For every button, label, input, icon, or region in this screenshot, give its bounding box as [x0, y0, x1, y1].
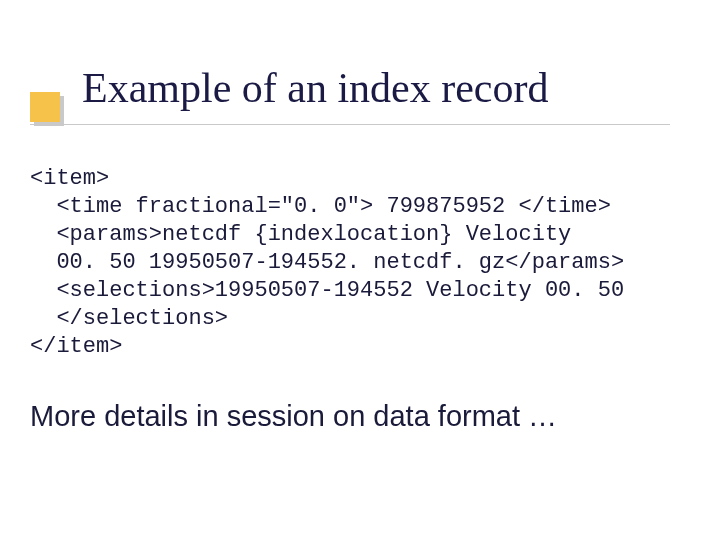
slide: Example of an index record <item> <time … [0, 0, 720, 540]
code-line: 00. 50 19950507-194552. netcdf. gz</para… [30, 250, 624, 275]
footer-note: More details in session on data format … [30, 400, 690, 433]
code-line: </selections> [30, 306, 228, 331]
title-underline [30, 124, 670, 125]
code-line: <item> [30, 166, 109, 191]
code-line: <time fractional="0. 0"> 799875952 </tim… [30, 194, 611, 219]
code-line: <selections>19950507-194552 Velocity 00.… [30, 278, 624, 303]
code-block: <item> <time fractional="0. 0"> 79987595… [30, 165, 690, 361]
code-line: <params>netcdf {indexlocation} Velocity [30, 222, 571, 247]
bullet-square-icon [30, 92, 60, 122]
code-line: </item> [30, 334, 122, 359]
slide-title: Example of an index record [82, 64, 548, 112]
